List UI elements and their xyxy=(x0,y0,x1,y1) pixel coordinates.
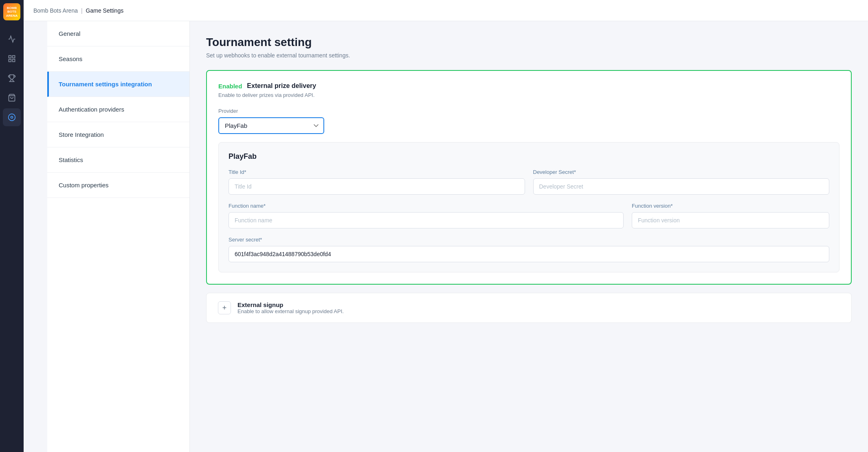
function-name-input[interactable] xyxy=(229,212,624,228)
nav-item-general[interactable]: General xyxy=(47,21,189,46)
shop-icon[interactable] xyxy=(3,89,21,107)
function-version-field: Function version* xyxy=(632,203,829,228)
server-secret-label: Server secret* xyxy=(229,237,829,243)
nav-item-tournament[interactable]: Tournament settings integration xyxy=(47,72,189,97)
card-header-desc: Enable to deliver prizes via provided AP… xyxy=(218,92,839,98)
expand-button[interactable]: + xyxy=(218,301,231,314)
external-signup-card: + External signup Enable to allow extern… xyxy=(206,293,852,323)
function-version-label: Function version* xyxy=(632,203,829,209)
breadcrumb-link[interactable]: Bomb Bots Arena xyxy=(33,7,78,14)
card-header: Enabled External prize delivery xyxy=(218,82,839,90)
topbar: Bomb Bots Arena | Game Settings xyxy=(24,0,868,21)
title-id-label: Title Id* xyxy=(229,169,525,175)
sidebar: BOMBBOTSARENA xyxy=(0,0,24,452)
page-title: Tournament setting xyxy=(206,36,852,49)
server-secret-field: Server secret* xyxy=(229,237,829,262)
trophy-icon[interactable] xyxy=(3,69,21,87)
developer-secret-input[interactable] xyxy=(533,178,830,195)
signup-card-title: External signup xyxy=(237,301,344,308)
nav-item-auth[interactable]: Authentication providers xyxy=(47,97,189,122)
nav-item-store[interactable]: Store Integration xyxy=(47,122,189,147)
breadcrumb: Bomb Bots Arena | Game Settings xyxy=(33,7,123,14)
provider-select[interactable]: PlayFab Custom xyxy=(218,117,324,134)
provider-label: Provider xyxy=(218,108,839,114)
enabled-badge: Enabled xyxy=(218,83,242,90)
grid-icon[interactable] xyxy=(3,50,21,68)
breadcrumb-current: Game Settings xyxy=(86,7,124,14)
analytics-icon[interactable] xyxy=(3,30,21,48)
server-secret-input[interactable] xyxy=(229,246,829,262)
function-version-input[interactable] xyxy=(632,212,829,228)
signup-card-content: External signup Enable to allow external… xyxy=(237,301,344,314)
title-secret-row: Title Id* Developer Secret* xyxy=(229,169,829,195)
developer-secret-label: Developer Secret* xyxy=(533,169,830,175)
function-name-label: Function name* xyxy=(229,203,624,209)
svg-point-5 xyxy=(11,116,13,118)
content-area: Tournament setting Set up webhooks to en… xyxy=(190,21,868,452)
svg-rect-1 xyxy=(13,56,15,58)
signup-card-desc: Enable to allow external signup provided… xyxy=(237,308,344,314)
card-header-title: External prize delivery xyxy=(247,82,316,90)
nav-item-custom[interactable]: Custom properties xyxy=(47,173,189,198)
title-id-input[interactable] xyxy=(229,178,525,195)
function-row: Function name* Function version* xyxy=(229,203,829,228)
sidebar-nav xyxy=(0,27,24,129)
provider-field: Provider PlayFab Custom xyxy=(218,108,839,134)
main-container: General Seasons Tournament settings inte… xyxy=(47,21,868,452)
svg-rect-3 xyxy=(9,59,11,62)
prize-delivery-card: Enabled External prize delivery Enable t… xyxy=(206,70,852,285)
logo-box: BOMBBOTSARENA xyxy=(3,3,20,20)
nav-item-seasons[interactable]: Seasons xyxy=(47,46,189,72)
settings-icon[interactable] xyxy=(3,108,21,126)
developer-secret-field: Developer Secret* xyxy=(533,169,830,195)
app-logo: BOMBBOTSARENA xyxy=(0,0,24,24)
title-id-field: Title Id* xyxy=(229,169,525,195)
function-name-field: Function name* xyxy=(229,203,624,228)
nav-item-statistics[interactable]: Statistics xyxy=(47,147,189,173)
playfab-subcard: PlayFab Title Id* Developer Secret* Func… xyxy=(218,142,839,272)
playfab-title: PlayFab xyxy=(229,152,829,161)
server-secret-row: Server secret* xyxy=(229,237,829,262)
breadcrumb-separator: | xyxy=(81,7,83,14)
svg-rect-2 xyxy=(13,59,15,62)
page-subtitle: Set up webhooks to enable external tourn… xyxy=(206,52,852,59)
left-nav: General Seasons Tournament settings inte… xyxy=(47,21,190,452)
svg-rect-0 xyxy=(9,56,11,58)
